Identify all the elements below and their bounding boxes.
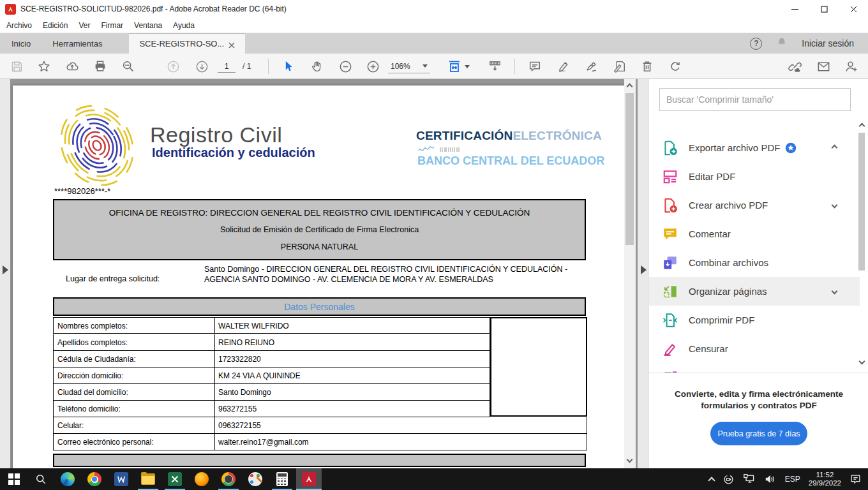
save-icon[interactable] bbox=[8, 58, 26, 75]
edge-icon bbox=[61, 472, 75, 486]
page-number-input[interactable] bbox=[218, 60, 236, 73]
tool-label: Editar PDF bbox=[689, 171, 735, 182]
next-section-bar bbox=[53, 454, 586, 467]
tools-list: Exportar archivo PDF Editar PDF Crear ar… bbox=[649, 120, 868, 373]
zoom-in-icon[interactable] bbox=[364, 58, 382, 75]
create-pdf-icon bbox=[662, 197, 678, 214]
scroll-up-icon[interactable] bbox=[859, 123, 865, 130]
star-icon[interactable] bbox=[35, 58, 53, 75]
select-tool-icon[interactable] bbox=[280, 58, 297, 75]
tool-prepare-form[interactable]: Preparar formulario bbox=[649, 363, 860, 373]
tray-meet-now-icon[interactable] bbox=[722, 473, 735, 486]
delete-tool-icon[interactable] bbox=[638, 58, 656, 75]
taskbar-chrome[interactable] bbox=[82, 468, 107, 490]
maximize-button[interactable] bbox=[809, 0, 839, 18]
tab-bar: Inicio Herramientas SCE-REGISTRO-SO... ?… bbox=[0, 33, 868, 54]
tray-volume-icon[interactable] bbox=[764, 473, 777, 485]
tool-comment[interactable]: Comentar bbox=[649, 219, 860, 248]
action-center-icon[interactable] bbox=[849, 473, 862, 486]
chevron-up-icon[interactable] bbox=[832, 145, 838, 151]
fill-sign-icon[interactable] bbox=[583, 58, 601, 75]
tool-combine-files[interactable]: Combinar archivos bbox=[649, 248, 860, 277]
document-scrollbar[interactable] bbox=[624, 79, 636, 468]
bell-icon[interactable] bbox=[776, 36, 788, 50]
menu-archivo[interactable]: Archivo bbox=[6, 21, 32, 30]
tool-edit-pdf[interactable]: Editar PDF bbox=[649, 162, 860, 191]
tool-organize-pages[interactable]: Organizar páginas bbox=[649, 277, 860, 306]
search-icon[interactable] bbox=[119, 58, 137, 75]
chevron-down-icon[interactable] bbox=[832, 202, 838, 209]
table-row: Correo electrónico personal:walter.reino… bbox=[53, 434, 587, 450]
trial-promo: Convierte, edita y firma electrónicament… bbox=[649, 373, 868, 468]
comment-tool-icon[interactable] bbox=[526, 58, 544, 75]
menu-ventana[interactable]: Ventana bbox=[134, 21, 162, 30]
fit-width-select[interactable] bbox=[447, 58, 470, 75]
main-toolbar: / 1 106% bbox=[0, 54, 868, 79]
taskbar-word[interactable] bbox=[108, 468, 134, 490]
redo-tool-icon[interactable] bbox=[666, 58, 684, 75]
tools-pane-toggle-icon[interactable] bbox=[641, 265, 647, 274]
table-row: Cédula de Ciudadanía:1723322820 bbox=[53, 351, 490, 368]
scroll-up-icon[interactable] bbox=[627, 84, 633, 90]
share-cloud-icon[interactable] bbox=[63, 58, 81, 75]
tools-list-scrollbar[interactable] bbox=[858, 124, 866, 366]
previous-page-icon[interactable] bbox=[164, 58, 182, 75]
share-link-icon[interactable] bbox=[786, 58, 804, 75]
tab-herramientas[interactable]: Herramientas bbox=[42, 33, 112, 54]
tray-expand-icon[interactable] bbox=[708, 477, 715, 484]
tab-inicio[interactable]: Inicio bbox=[1, 33, 41, 54]
free-trial-button[interactable]: Prueba gratis de 7 días bbox=[710, 422, 807, 445]
taskbar-paint[interactable] bbox=[243, 468, 268, 490]
highlight-tool-icon[interactable] bbox=[555, 58, 572, 75]
zoom-level-value: 106% bbox=[391, 62, 410, 71]
tool-export-pdf[interactable]: Exportar archivo PDF bbox=[649, 133, 860, 162]
taskbar-acrobat[interactable] bbox=[296, 468, 322, 490]
tab-document-active[interactable]: SCE-REGISTRO-SO... bbox=[129, 33, 245, 54]
scroll-mode-icon[interactable] bbox=[486, 58, 504, 75]
table-row: Celular:0963272155 bbox=[53, 417, 587, 434]
registro-civil-fingerprint-logo bbox=[46, 107, 148, 184]
next-page-icon[interactable] bbox=[193, 58, 211, 75]
taskbar-search-button[interactable] bbox=[28, 468, 54, 490]
tool-label: Censurar bbox=[689, 343, 728, 354]
taskbar-excel[interactable] bbox=[162, 468, 188, 490]
tray-clock[interactable]: 11:52 29/9/2022 bbox=[809, 471, 841, 487]
menu-edicion[interactable]: Edición bbox=[43, 21, 68, 30]
nav-pane-toggle-icon[interactable] bbox=[3, 265, 8, 274]
taskbar-calculator[interactable] bbox=[269, 468, 295, 490]
taskbar-edge[interactable] bbox=[55, 468, 80, 490]
close-button[interactable] bbox=[839, 0, 868, 18]
email-icon[interactable] bbox=[814, 58, 832, 75]
tray-language[interactable]: ESP bbox=[785, 475, 800, 484]
zoom-level-select[interactable]: 106% bbox=[388, 59, 430, 73]
sign-in-button[interactable]: Iniciar sesión bbox=[802, 38, 854, 48]
tab-close-icon[interactable] bbox=[228, 41, 235, 47]
menu-ver[interactable]: Ver bbox=[79, 21, 90, 30]
tray-network-icon[interactable] bbox=[743, 473, 756, 485]
acrobat-app-icon bbox=[5, 4, 16, 15]
taskbar-explorer[interactable] bbox=[135, 468, 161, 490]
scroll-down-icon[interactable] bbox=[627, 457, 633, 463]
menu-firmar[interactable]: Firmar bbox=[101, 21, 123, 30]
scrollbar-thumb[interactable] bbox=[625, 93, 634, 245]
help-icon[interactable]: ? bbox=[750, 38, 762, 50]
scrollbar-thumb[interactable] bbox=[858, 133, 865, 271]
taskbar-chrome-profile[interactable] bbox=[216, 468, 241, 490]
tool-redact[interactable]: Censurar bbox=[649, 334, 860, 363]
hand-tool-icon[interactable] bbox=[308, 58, 326, 75]
tool-create-pdf[interactable]: Crear archivo PDF bbox=[649, 191, 860, 219]
tools-search-input[interactable] bbox=[659, 88, 851, 111]
comment-icon bbox=[662, 226, 678, 242]
minimize-button[interactable] bbox=[780, 0, 809, 18]
scroll-down-icon[interactable] bbox=[859, 359, 865, 365]
print-icon[interactable] bbox=[91, 58, 109, 75]
request-signatures-icon[interactable] bbox=[842, 58, 860, 75]
stamp-tool-icon[interactable] bbox=[610, 58, 628, 75]
start-button[interactable] bbox=[1, 468, 27, 490]
taskbar-firefox[interactable] bbox=[189, 468, 214, 490]
menu-ayuda[interactable]: Ayuda bbox=[173, 21, 195, 30]
chevron-down-icon[interactable] bbox=[832, 288, 838, 295]
zoom-out-icon[interactable] bbox=[336, 58, 354, 75]
tool-compress-pdf[interactable]: Comprimir PDF bbox=[649, 306, 860, 334]
tool-label: Combinar archivos bbox=[689, 257, 768, 268]
